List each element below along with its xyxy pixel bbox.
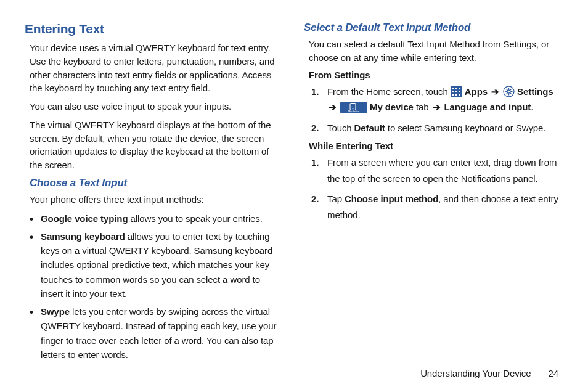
page-footer: Understanding Your Device 24 (420, 368, 558, 378)
list-item: From the Home screen, touch Apps ➔ Setti… (309, 84, 563, 115)
svg-line-17 (506, 93, 507, 94)
svg-line-16 (510, 93, 512, 94)
left-column: Entering Text Your device uses a virtual… (25, 22, 284, 365)
svg-line-15 (506, 89, 507, 90)
arrow-icon: ➔ (329, 102, 337, 112)
numbered-list: From a screen where you can enter text, … (309, 155, 563, 223)
svg-rect-8 (455, 94, 457, 96)
paragraph: The virtual QWERTY keyboard displays at … (30, 118, 284, 172)
list-item: From a screen where you can enter text, … (309, 155, 563, 186)
svg-rect-1 (452, 88, 454, 89)
list-item: Tap Choose input method, and then choose… (309, 191, 563, 223)
page-number: 24 (549, 368, 559, 378)
numbered-list: From the Home screen, touch Apps ➔ Setti… (309, 84, 563, 136)
term: Google voice typing (41, 213, 128, 224)
text: tab (414, 102, 431, 112)
subsubheading: From Settings (309, 70, 563, 80)
definition: lets you enter words by swiping across t… (41, 306, 276, 360)
paragraph: Your device uses a virtual QWERTY keyboa… (30, 41, 284, 95)
svg-rect-6 (459, 91, 460, 92)
paragraph: Your phone offers three text input metho… (30, 193, 284, 206)
arrow-icon: ➔ (433, 102, 441, 112)
language-input-label: Language and input (444, 102, 531, 112)
apps-grid-icon (451, 86, 462, 97)
svg-rect-3 (459, 88, 460, 89)
step-text: From the Home screen, touch (327, 86, 451, 97)
choose-input-label: Choose input method (345, 194, 438, 204)
svg-rect-2 (455, 88, 457, 89)
svg-rect-9 (459, 94, 460, 96)
list-item: Touch Default to select Samsung keyboard… (309, 120, 563, 136)
bullet-list: Google voice typing allows you to speak … (30, 211, 284, 362)
right-column: Select a Default Text Input Method You c… (304, 22, 563, 365)
svg-rect-7 (452, 94, 454, 96)
step-text: From a screen where you can enter text, … (327, 157, 557, 184)
step-text: Touch (327, 123, 354, 133)
apps-label: Apps (465, 86, 490, 97)
svg-rect-4 (452, 91, 454, 92)
svg-rect-5 (455, 91, 457, 92)
my-device-label: My device (370, 102, 414, 112)
svg-text:My device: My device (348, 110, 360, 113)
svg-line-18 (510, 89, 512, 90)
term: Samsung keyboard (41, 231, 125, 242)
settings-gear-icon (503, 86, 515, 97)
definition: allows you to speak your entries. (128, 213, 262, 224)
section-heading: Entering Text (25, 22, 284, 36)
term: Swype (41, 306, 70, 317)
default-label: Default (354, 123, 385, 133)
arrow-icon: ➔ (491, 86, 499, 97)
settings-label: Settings (517, 86, 553, 97)
list-item: Swype lets you enter words by swiping ac… (30, 304, 284, 362)
paragraph: You can also use voice input to speak yo… (30, 100, 284, 113)
subsubheading: While Entering Text (309, 141, 563, 151)
step-text: Tap (327, 194, 345, 204)
list-item: Samsung keyboard allows you to enter tex… (30, 229, 284, 301)
step-text: to select Samsung keyboard or Swype. (385, 123, 546, 133)
subheading: Choose a Text Input (30, 177, 284, 189)
footer-section: Understanding Your Device (420, 368, 531, 378)
svg-point-19 (507, 90, 510, 93)
my-device-tab-icon: My device (340, 102, 367, 113)
paragraph: You can select a default Text Input Meth… (309, 38, 563, 65)
list-item: Google voice typing allows you to speak … (30, 211, 284, 226)
subheading: Select a Default Text Input Method (304, 22, 563, 34)
